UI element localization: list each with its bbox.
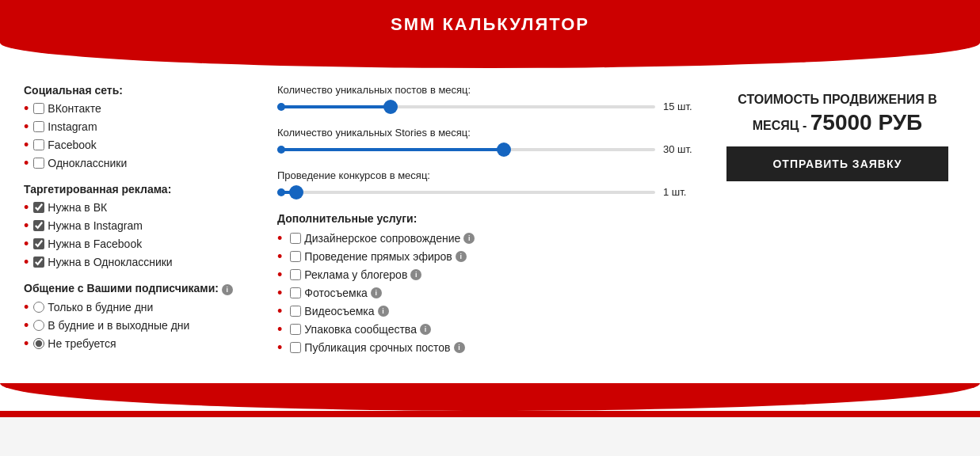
svc-design-label[interactable]: Дизайнерское сопровождение	[290, 232, 460, 245]
ads-ok-checkbox[interactable]	[33, 256, 44, 268]
stories-slider-track[interactable]	[277, 148, 655, 151]
list-item: • Нужна в Facebook	[24, 237, 246, 251]
svc-blogger-info-icon[interactable]: i	[410, 269, 421, 280]
posts-slider-track[interactable]	[277, 105, 655, 108]
svc-live-checkbox[interactable]	[290, 251, 301, 262]
bullet-icon: •	[24, 300, 29, 314]
bullet-icon: •	[24, 138, 29, 152]
bullet-icon: •	[24, 255, 29, 269]
comm-everyday-text: В будние и в выходные дни	[48, 319, 189, 332]
social-ok-text: Одноклассники	[48, 157, 127, 169]
svc-live-label[interactable]: Проведение прямых эфиров	[290, 250, 452, 263]
comm-none-label[interactable]: Не требуется	[33, 337, 116, 350]
bullet-icon: •	[277, 340, 282, 355]
posts-slider-section: Количество уникальных постов в месяц: 15…	[277, 84, 695, 112]
comm-weekdays-label[interactable]: Только в будние дни	[33, 301, 153, 314]
ads-facebook-checkbox[interactable]	[33, 238, 44, 249]
list-item: • Нужна в ВК	[24, 200, 246, 215]
ads-vk-label[interactable]: Нужна в ВК	[33, 201, 107, 214]
social-network-list: • ВКонтакте • Instagram •	[24, 101, 246, 170]
svc-urgent-label[interactable]: Публикация срочных постов	[290, 341, 450, 354]
stories-track-start	[277, 146, 285, 154]
social-vk-text: ВКонтакте	[48, 102, 101, 115]
svc-video-checkbox[interactable]	[290, 306, 301, 317]
svc-pack-label[interactable]: Упаковка сообщества	[290, 323, 417, 336]
social-ok-label[interactable]: Одноклассники	[33, 157, 127, 169]
ads-instagram-text: Нужна в Instagram	[48, 219, 143, 232]
svc-pack-info-icon[interactable]: i	[420, 324, 431, 335]
list-item: • ВКонтакте	[24, 101, 246, 116]
posts-slider-value: 15 шт.	[663, 101, 695, 112]
social-ok-checkbox[interactable]	[33, 158, 44, 169]
svc-photo-checkbox[interactable]	[290, 287, 301, 298]
additional-services-title: Дополнительные услуги:	[277, 212, 695, 225]
right-column: СТОИМОСТЬ ПРОДВИЖЕНИЯ В МЕСЯЦ - 75000 РУ…	[726, 84, 948, 367]
left-column: Социальная сеть: • ВКонтакте • Instagram	[24, 84, 246, 367]
list-item: • Facebook	[24, 138, 246, 152]
list-item: • Одноклассники	[24, 156, 246, 170]
svc-live-info-icon[interactable]: i	[456, 251, 467, 262]
svc-design-info-icon[interactable]: i	[463, 233, 475, 244]
ads-vk-checkbox[interactable]	[33, 202, 44, 213]
comm-weekdays-radio[interactable]	[33, 302, 44, 313]
posts-slider-label: Количество уникальных постов в месяц:	[277, 84, 695, 96]
page-title: SMM КАЛЬКУЛЯТОР	[0, 14, 980, 35]
svc-blogger-label[interactable]: Реклама у блогеров	[290, 268, 407, 281]
ads-vk-text: Нужна в ВК	[48, 201, 107, 214]
svc-photo-label[interactable]: Фотосъемка	[290, 287, 368, 299]
stories-slider-row: 30 шт.	[277, 143, 695, 155]
ads-instagram-checkbox[interactable]	[33, 220, 44, 231]
list-item: • Публикация срочных постов i	[277, 340, 695, 355]
bullet-icon: •	[24, 237, 29, 251]
comm-everyday-label[interactable]: В будние и в выходные дни	[33, 319, 189, 332]
svc-pack-checkbox[interactable]	[290, 324, 301, 335]
footer-bar	[0, 411, 980, 417]
svc-pack-text: Упаковка сообщества	[304, 323, 417, 336]
svc-photo-info-icon[interactable]: i	[371, 287, 382, 298]
social-vk-checkbox[interactable]	[33, 103, 44, 114]
svc-urgent-checkbox[interactable]	[290, 342, 301, 353]
list-item: • Видеосъемка i	[277, 304, 695, 318]
ads-section-title: Таргетированная реклама:	[24, 183, 246, 196]
svc-photo-text: Фотосъемка	[304, 287, 368, 299]
contests-slider-label: Проведение конкурсов в месяц:	[277, 169, 695, 181]
header-wave	[0, 43, 980, 68]
svc-blogger-checkbox[interactable]	[290, 269, 301, 280]
posts-slider-thumb[interactable]	[383, 100, 398, 114]
svc-video-label[interactable]: Видеосъемка	[290, 305, 374, 317]
contests-slider-section: Проведение конкурсов в месяц: 1 шт.	[277, 169, 695, 198]
ads-ok-label[interactable]: Нужна в Одноклассники	[33, 256, 172, 268]
bullet-icon: •	[24, 156, 29, 170]
communication-section-title: Общение с Вашими подписчиками: i	[24, 282, 246, 295]
communication-list: • Только в будние дни • В будние и в вых…	[24, 300, 246, 351]
social-instagram-label[interactable]: Instagram	[33, 120, 97, 133]
stories-slider-thumb[interactable]	[497, 142, 511, 157]
comm-everyday-radio[interactable]	[33, 320, 44, 331]
list-item: • Только в будние дни	[24, 300, 246, 314]
svc-urgent-info-icon[interactable]: i	[454, 342, 465, 353]
contests-slider-track[interactable]	[277, 191, 655, 194]
list-item: • Проведение прямых эфиров i	[277, 249, 695, 264]
svc-design-checkbox[interactable]	[290, 233, 301, 244]
contests-slider-thumb[interactable]	[289, 185, 303, 200]
submit-button[interactable]: ОТПРАВИТЬ ЗАЯВКУ	[726, 146, 948, 181]
social-instagram-checkbox[interactable]	[33, 121, 44, 132]
social-instagram-text: Instagram	[48, 120, 97, 133]
ads-facebook-label[interactable]: Нужна в Facebook	[33, 238, 142, 250]
bullet-icon: •	[24, 318, 29, 332]
bullet-icon: •	[277, 322, 282, 336]
contests-slider-value: 1 шт.	[663, 186, 695, 198]
ads-facebook-text: Нужна в Facebook	[48, 238, 142, 250]
communication-info-icon[interactable]: i	[222, 284, 233, 295]
comm-weekdays-text: Только в будние дни	[48, 301, 153, 314]
list-item: • Не требуется	[24, 336, 246, 351]
social-facebook-checkbox[interactable]	[33, 139, 44, 150]
bullet-icon: •	[277, 231, 282, 245]
social-vk-label[interactable]: ВКонтакте	[33, 102, 101, 115]
price-section: СТОИМОСТЬ ПРОДВИЖЕНИЯ В МЕСЯЦ - 75000 РУ…	[726, 92, 948, 181]
comm-none-radio[interactable]	[33, 338, 44, 349]
bullet-icon: •	[24, 336, 29, 351]
social-facebook-label[interactable]: Facebook	[33, 139, 96, 151]
svc-video-info-icon[interactable]: i	[378, 306, 389, 317]
ads-instagram-label[interactable]: Нужна в Instagram	[33, 219, 143, 232]
